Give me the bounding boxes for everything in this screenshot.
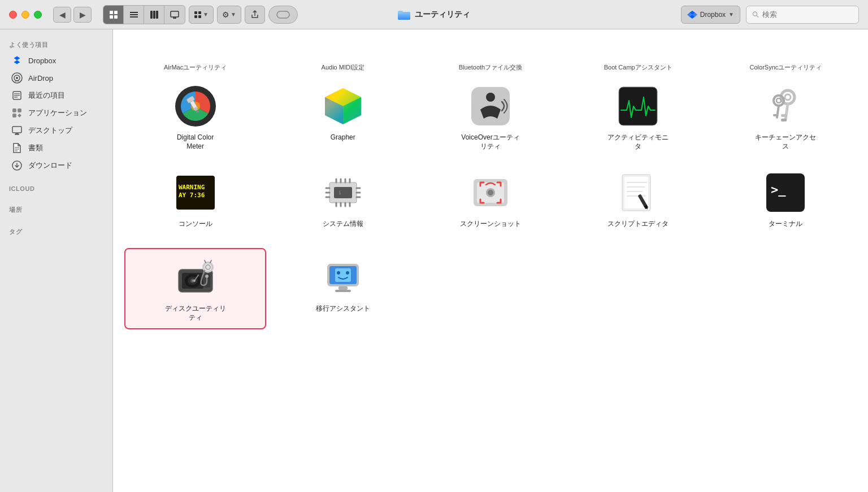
view-columns-button[interactable] (144, 6, 164, 24)
dropbox-button[interactable]: Dropbox ▼ (681, 6, 740, 24)
tags-section-title: タグ (0, 223, 112, 238)
sidebar-item-dropbox[interactable]: Dropbox (2, 52, 110, 69)
app-item-digital-color-meter[interactable]: Digital ColorMeter (124, 77, 266, 158)
minimize-button[interactable] (21, 11, 29, 19)
applications-sidebar-label: アプリケーション (28, 108, 87, 118)
app-item-disk-utility[interactable]: ディスクユーティリティ (124, 248, 266, 329)
view-cover-button[interactable] (164, 6, 185, 24)
search-input[interactable] (762, 10, 853, 19)
sidebar-item-downloads[interactable]: ダウンロード (2, 157, 110, 174)
app-item-grapher[interactable]: Grapher (272, 77, 414, 158)
desktop-icon (11, 125, 23, 136)
disk-utility-label: ディスクユーティリティ (164, 304, 227, 322)
svg-rect-33 (12, 108, 16, 112)
applications-icon (11, 107, 23, 119)
dropbox-label: Dropbox (700, 11, 726, 19)
dropbox-group: Dropbox ▼ (681, 6, 740, 24)
dropbox-sidebar-icon (11, 55, 23, 66)
tag-button[interactable] (268, 6, 298, 24)
maximize-button[interactable] (34, 11, 42, 19)
grapher-label: Grapher (331, 133, 355, 142)
app-item-console[interactable]: WARNING AY 7:36 コンソール (124, 163, 266, 242)
script-editor-icon (615, 170, 661, 215)
keychain-icon (763, 84, 808, 129)
svg-rect-7 (150, 11, 153, 19)
airdrop-sidebar-label: AirDrop (28, 74, 53, 82)
audio-midi-label: Audio MIDI設定 (322, 63, 364, 71)
system-info-icon: i (320, 170, 366, 215)
svg-text:>_: >_ (771, 182, 786, 197)
desktop-sidebar-label: デスクトップ (28, 125, 72, 136)
sidebar-item-applications[interactable]: アプリケーション (2, 105, 110, 121)
airdrop-icon (11, 72, 23, 84)
app-item-audio-midi[interactable]: Audio MIDI設定 (272, 41, 414, 71)
app-item-voiceover[interactable]: VoiceOverユーティリティ (419, 77, 561, 158)
migration-label: 移行アシスタント (316, 304, 370, 314)
view-list-button[interactable] (124, 6, 144, 24)
app-item-system-info[interactable]: i システム情報 (272, 163, 414, 242)
dropbox-sidebar-label: Dropbox (28, 56, 56, 65)
app-item-colorsync[interactable]: ColorSyncユーティリティ (715, 41, 857, 71)
svg-line-111 (210, 260, 211, 263)
app-item-migration[interactable]: 移行アシスタント (272, 248, 414, 329)
screenshot-icon (468, 170, 513, 215)
svg-rect-35 (12, 114, 16, 117)
search-box[interactable] (746, 6, 859, 24)
close-button[interactable] (9, 11, 17, 19)
app-item-bluetooth[interactable]: Bluetoothファイル交換 (419, 41, 561, 71)
svg-rect-0 (110, 11, 113, 14)
digital-color-meter-icon (173, 84, 218, 129)
app-item-keychain[interactable]: キーチェーンアクセス (715, 77, 857, 158)
svg-point-59 (776, 98, 781, 103)
app-item-screenshot[interactable]: スクリーンショット (419, 163, 561, 242)
sidebar-item-airdrop[interactable]: AirDrop (2, 69, 110, 86)
view-dropdown-button[interactable]: ▼ (189, 6, 214, 24)
digital-color-meter-label: Digital ColorMeter (177, 133, 214, 151)
recent-icon (11, 90, 23, 101)
nav-buttons: ◀ ▶ (53, 7, 92, 23)
window-title-text: ユーティリティ (415, 10, 470, 20)
share-button[interactable] (245, 6, 265, 24)
sidebar: よく使う項目 Dropbox AirDrop (0, 29, 113, 492)
app-item-activity-monitor[interactable]: アクティビティモニタ (567, 77, 709, 158)
svg-point-20 (753, 12, 757, 16)
app-item-terminal[interactable]: >_ ターミナル (715, 163, 857, 242)
terminal-label: ターミナル (769, 220, 802, 229)
search-icon (752, 11, 759, 18)
app-item-bootcamp[interactable]: Boot Campアシスタント (567, 41, 709, 71)
forward-button[interactable]: ▶ (73, 7, 92, 23)
voiceover-label: VoiceOverユーティリティ (459, 133, 522, 151)
view-icons-button[interactable] (103, 6, 124, 24)
settings-button[interactable]: ⚙ ▼ (217, 6, 241, 24)
sidebar-item-recent[interactable]: 最近の項目 (2, 87, 110, 104)
svg-line-21 (757, 15, 758, 17)
svg-point-54 (785, 94, 791, 100)
svg-rect-9 (156, 11, 158, 19)
bluetooth-label: Bluetoothファイル交換 (459, 63, 522, 71)
content-area: AirMacユーティリティ Audio MIDI設定 Bluetoothファイル… (113, 29, 868, 492)
svg-rect-66 (334, 187, 352, 198)
app-item-script-editor[interactable]: スクリプトエディタ (567, 163, 709, 242)
svg-rect-12 (194, 11, 197, 14)
back-button[interactable]: ◀ (53, 7, 71, 23)
favorites-section-title: よく使う項目 (0, 36, 112, 51)
sidebar-item-documents[interactable]: 書類 (2, 140, 110, 156)
app-grid-row3: ディスクユーティリティ (124, 248, 857, 329)
sidebar-item-desktop[interactable]: デスクトップ (2, 122, 110, 139)
app-item-airmac[interactable]: AirMacユーティリティ (124, 41, 266, 71)
voiceover-icon (468, 84, 513, 129)
svg-rect-118 (335, 290, 351, 292)
window-title: ユーティリティ (398, 10, 470, 20)
disk-utility-icon (173, 255, 218, 300)
svg-rect-10 (171, 11, 179, 17)
svg-rect-117 (338, 286, 348, 290)
svg-point-50 (486, 93, 495, 102)
title-bar: ◀ ▶ (0, 0, 868, 29)
svg-text:i: i (338, 190, 341, 195)
activity-monitor-icon (615, 84, 661, 129)
svg-rect-14 (194, 15, 197, 18)
svg-rect-15 (198, 15, 201, 18)
documents-icon (11, 142, 23, 154)
svg-rect-6 (130, 16, 138, 18)
svg-point-104 (193, 280, 196, 282)
